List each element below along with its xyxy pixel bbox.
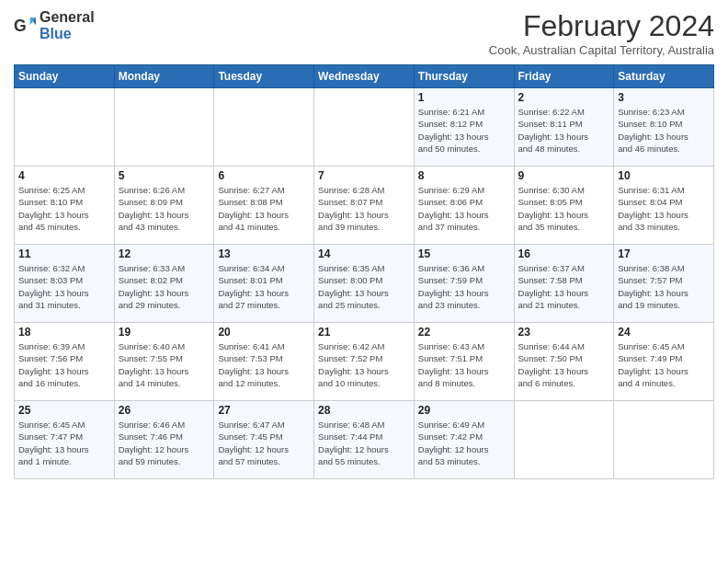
day-info: Sunrise: 6:33 AM Sunset: 8:02 PM Dayligh…	[119, 262, 210, 311]
day-cell: 18Sunrise: 6:39 AM Sunset: 7:56 PM Dayli…	[15, 323, 115, 401]
day-cell: 11Sunrise: 6:32 AM Sunset: 8:03 PM Dayli…	[15, 245, 115, 323]
day-number: 3	[618, 91, 710, 104]
day-number: 25	[18, 404, 110, 417]
day-number: 14	[318, 247, 410, 260]
calendar-page: G General Blue February 2024 Cook, Austr…	[0, 0, 728, 563]
col-tuesday: Tuesday	[214, 65, 314, 88]
day-number: 26	[119, 404, 210, 417]
day-number: 20	[218, 326, 310, 339]
svg-text:G: G	[14, 16, 27, 34]
day-cell: 26Sunrise: 6:46 AM Sunset: 7:46 PM Dayli…	[114, 401, 214, 479]
day-number: 19	[119, 326, 210, 339]
day-number: 10	[618, 169, 710, 182]
day-cell	[15, 88, 115, 167]
day-cell: 12Sunrise: 6:33 AM Sunset: 8:02 PM Dayli…	[114, 245, 214, 323]
day-info: Sunrise: 6:21 AM Sunset: 8:12 PM Dayligh…	[418, 106, 510, 155]
day-cell: 4Sunrise: 6:25 AM Sunset: 8:10 PM Daylig…	[15, 167, 115, 245]
day-cell: 21Sunrise: 6:42 AM Sunset: 7:52 PM Dayli…	[314, 323, 415, 401]
day-number: 15	[418, 247, 510, 260]
day-cell	[314, 88, 415, 167]
day-info: Sunrise: 6:31 AM Sunset: 8:04 PM Dayligh…	[618, 184, 710, 233]
day-info: Sunrise: 6:35 AM Sunset: 8:00 PM Dayligh…	[318, 262, 410, 311]
day-info: Sunrise: 6:32 AM Sunset: 8:03 PM Dayligh…	[18, 262, 110, 311]
day-number: 2	[518, 91, 610, 104]
calendar-table: Sunday Monday Tuesday Wednesday Thursday…	[14, 64, 714, 479]
col-thursday: Thursday	[414, 65, 514, 88]
calendar-body: 1Sunrise: 6:21 AM Sunset: 8:12 PM Daylig…	[15, 88, 714, 479]
day-info: Sunrise: 6:23 AM Sunset: 8:10 PM Dayligh…	[618, 106, 710, 155]
day-info: Sunrise: 6:48 AM Sunset: 7:44 PM Dayligh…	[318, 419, 410, 467]
day-number: 21	[318, 326, 410, 339]
day-cell: 7Sunrise: 6:28 AM Sunset: 8:07 PM Daylig…	[314, 167, 415, 245]
day-cell: 23Sunrise: 6:44 AM Sunset: 7:50 PM Dayli…	[514, 323, 614, 401]
day-info: Sunrise: 6:29 AM Sunset: 8:06 PM Dayligh…	[418, 184, 510, 233]
day-info: Sunrise: 6:42 AM Sunset: 7:52 PM Dayligh…	[318, 340, 410, 389]
col-saturday: Saturday	[614, 65, 714, 88]
day-number: 17	[618, 247, 710, 260]
day-info: Sunrise: 6:30 AM Sunset: 8:05 PM Dayligh…	[518, 184, 610, 233]
day-number: 4	[18, 169, 110, 182]
day-number: 22	[418, 326, 510, 339]
calendar-title: February 2024	[489, 9, 714, 43]
day-info: Sunrise: 6:45 AM Sunset: 7:49 PM Dayligh…	[618, 340, 710, 389]
day-cell: 25Sunrise: 6:45 AM Sunset: 7:47 PM Dayli…	[15, 401, 115, 479]
day-cell: 13Sunrise: 6:34 AM Sunset: 8:01 PM Dayli…	[214, 245, 314, 323]
calendar-header: Sunday Monday Tuesday Wednesday Thursday…	[15, 65, 714, 88]
day-cell	[514, 401, 614, 479]
day-info: Sunrise: 6:28 AM Sunset: 8:07 PM Dayligh…	[318, 184, 410, 233]
header-row: Sunday Monday Tuesday Wednesday Thursday…	[15, 65, 714, 88]
day-cell: 16Sunrise: 6:37 AM Sunset: 7:58 PM Dayli…	[514, 245, 614, 323]
logo-general-text: General	[40, 9, 95, 26]
day-cell: 8Sunrise: 6:29 AM Sunset: 8:06 PM Daylig…	[414, 167, 514, 245]
day-info: Sunrise: 6:49 AM Sunset: 7:42 PM Dayligh…	[418, 419, 510, 467]
logo-text: General Blue	[40, 9, 95, 41]
col-friday: Friday	[514, 65, 614, 88]
day-cell: 19Sunrise: 6:40 AM Sunset: 7:55 PM Dayli…	[114, 323, 214, 401]
day-info: Sunrise: 6:26 AM Sunset: 8:09 PM Dayligh…	[119, 184, 210, 233]
logo: G General Blue	[14, 9, 95, 41]
day-info: Sunrise: 6:46 AM Sunset: 7:46 PM Dayligh…	[119, 419, 210, 467]
header: G General Blue February 2024 Cook, Austr…	[14, 9, 714, 57]
logo-icon: G	[14, 15, 36, 37]
day-number: 24	[618, 326, 710, 339]
week-row-3: 11Sunrise: 6:32 AM Sunset: 8:03 PM Dayli…	[15, 245, 714, 323]
day-info: Sunrise: 6:41 AM Sunset: 7:53 PM Dayligh…	[218, 340, 310, 389]
day-cell: 22Sunrise: 6:43 AM Sunset: 7:51 PM Dayli…	[414, 323, 514, 401]
day-cell: 6Sunrise: 6:27 AM Sunset: 8:08 PM Daylig…	[214, 167, 314, 245]
day-number: 28	[318, 404, 410, 417]
day-number: 16	[518, 247, 610, 260]
day-number: 6	[218, 169, 310, 182]
day-cell: 29Sunrise: 6:49 AM Sunset: 7:42 PM Dayli…	[414, 401, 514, 479]
day-cell: 1Sunrise: 6:21 AM Sunset: 8:12 PM Daylig…	[414, 88, 514, 167]
week-row-4: 18Sunrise: 6:39 AM Sunset: 7:56 PM Dayli…	[15, 323, 714, 401]
day-info: Sunrise: 6:40 AM Sunset: 7:55 PM Dayligh…	[119, 340, 210, 389]
day-cell: 27Sunrise: 6:47 AM Sunset: 7:45 PM Dayli…	[214, 401, 314, 479]
day-cell: 10Sunrise: 6:31 AM Sunset: 8:04 PM Dayli…	[614, 167, 714, 245]
day-info: Sunrise: 6:39 AM Sunset: 7:56 PM Dayligh…	[18, 340, 110, 389]
day-cell	[114, 88, 214, 167]
day-cell	[614, 401, 714, 479]
day-number: 12	[119, 247, 210, 260]
day-info: Sunrise: 6:25 AM Sunset: 8:10 PM Dayligh…	[18, 184, 110, 233]
day-cell: 5Sunrise: 6:26 AM Sunset: 8:09 PM Daylig…	[114, 167, 214, 245]
col-sunday: Sunday	[15, 65, 115, 88]
day-info: Sunrise: 6:43 AM Sunset: 7:51 PM Dayligh…	[418, 340, 510, 389]
week-row-2: 4Sunrise: 6:25 AM Sunset: 8:10 PM Daylig…	[15, 167, 714, 245]
day-info: Sunrise: 6:47 AM Sunset: 7:45 PM Dayligh…	[218, 419, 310, 467]
day-number: 7	[318, 169, 410, 182]
day-info: Sunrise: 6:22 AM Sunset: 8:11 PM Dayligh…	[518, 106, 610, 155]
day-info: Sunrise: 6:36 AM Sunset: 7:59 PM Dayligh…	[418, 262, 510, 311]
calendar-subtitle: Cook, Australian Capital Territory, Aust…	[489, 43, 714, 57]
week-row-5: 25Sunrise: 6:45 AM Sunset: 7:47 PM Dayli…	[15, 401, 714, 479]
day-number: 18	[18, 326, 110, 339]
day-cell: 28Sunrise: 6:48 AM Sunset: 7:44 PM Dayli…	[314, 401, 415, 479]
logo-blue-text: Blue	[40, 26, 95, 42]
day-info: Sunrise: 6:37 AM Sunset: 7:58 PM Dayligh…	[518, 262, 610, 311]
day-number: 29	[418, 404, 510, 417]
day-cell: 15Sunrise: 6:36 AM Sunset: 7:59 PM Dayli…	[414, 245, 514, 323]
col-wednesday: Wednesday	[314, 65, 415, 88]
day-info: Sunrise: 6:45 AM Sunset: 7:47 PM Dayligh…	[18, 419, 110, 467]
title-block: February 2024 Cook, Australian Capital T…	[489, 9, 714, 57]
day-cell: 24Sunrise: 6:45 AM Sunset: 7:49 PM Dayli…	[614, 323, 714, 401]
day-number: 23	[518, 326, 610, 339]
